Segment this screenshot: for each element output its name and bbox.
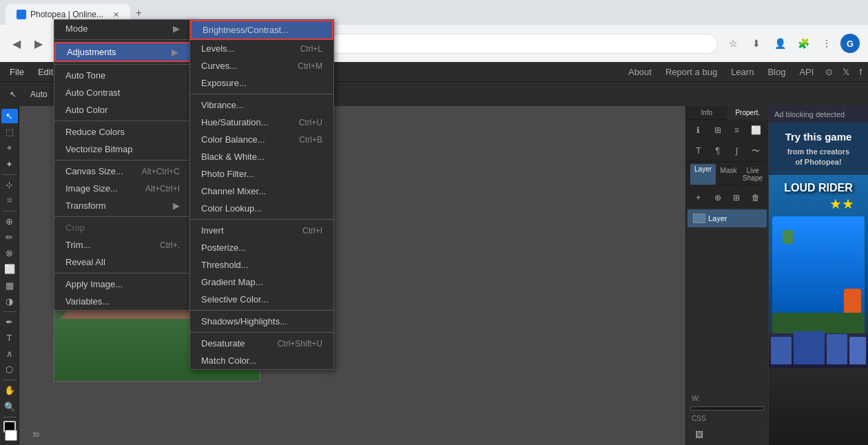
adj-selective-color[interactable]: Selective Color... <box>190 291 333 308</box>
layer-icon-group[interactable]: ⊞ <box>729 190 744 205</box>
tool-brush[interactable]: ✏ <box>1 230 18 245</box>
tab-close[interactable]: ✕ <box>113 10 119 19</box>
css-image-icon[interactable]: 🖼 <box>692 427 707 442</box>
adj-shadows-highlights[interactable]: Shadows/Highlights... <box>190 313 333 330</box>
adj-photo-filter[interactable]: Photo Filter... <box>190 165 333 183</box>
nav-report-bug[interactable]: Report a bug <box>660 65 723 79</box>
mask-tab[interactable]: Mask <box>719 164 738 185</box>
panel-icon-adjust[interactable]: ≡ <box>729 123 744 138</box>
adj-gradient-map[interactable]: Gradient Map... <box>190 273 333 291</box>
tool-shape[interactable]: ⬡ <box>1 362 18 377</box>
adj-sep-4 <box>190 332 333 333</box>
w-field[interactable] <box>690 406 764 411</box>
layer-icon-duplicate[interactable]: ⊕ <box>710 190 725 205</box>
adj-desaturate[interactable]: Desaturate Ctrl+Shift+U <box>190 335 333 352</box>
nav-learn[interactable]: Learn <box>725 65 759 79</box>
panel-icon-curve[interactable]: ∫ <box>729 143 744 158</box>
layer-icon-delete[interactable]: 🗑 <box>748 190 763 205</box>
tool-select-rect[interactable]: ⬚ <box>1 125 18 139</box>
image-menu-reveal-all[interactable]: Reveal All <box>54 253 191 271</box>
adj-black-white[interactable]: Black & White... <box>190 148 333 165</box>
back-button[interactable]: ◀ <box>8 33 25 54</box>
image-menu-auto-color[interactable]: Auto Color <box>54 106 191 118</box>
menu-sep-6 <box>54 273 191 273</box>
game-tree-1 <box>783 230 793 244</box>
image-menu-variables[interactable]: Variables... <box>54 293 191 310</box>
adj-vibrance[interactable]: Vibrance... <box>190 106 333 114</box>
adj-color-lookup[interactable]: Color Lookup... <box>190 200 333 217</box>
toolbar-select-tool[interactable]: ↖ <box>4 87 22 102</box>
tool-divider-3 <box>3 311 17 312</box>
tool-move[interactable]: ↖ <box>1 109 18 123</box>
tool-zoom[interactable]: 🔍 <box>1 399 18 413</box>
tool-gradient[interactable]: ▦ <box>1 278 18 292</box>
panel-icon-box[interactable]: ⬜ <box>748 123 763 138</box>
image-menu-reduce-colors[interactable]: Reduce Colors <box>54 123 191 141</box>
live-shape-tab[interactable]: Live Shape <box>741 164 764 185</box>
layer-action-icons: + ⊕ ⊞ 🗑 <box>686 187 768 208</box>
panel-tab-properties[interactable]: Propert. <box>727 106 769 120</box>
settings-icon[interactable]: ⋮ <box>817 34 836 53</box>
tool-text[interactable]: T <box>1 331 18 345</box>
layer-item[interactable]: Layer <box>688 209 767 227</box>
image-menu-apply-image[interactable]: Apply Image... <box>54 276 191 293</box>
extensions-icon[interactable]: 🧩 <box>794 34 813 53</box>
image-menu-vectorize[interactable]: Vectorize Bitmap <box>54 141 191 158</box>
adj-invert[interactable]: Invert Ctrl+I <box>190 222 333 239</box>
ad-promo[interactable]: Try this game from the creators of Photo… <box>769 123 868 175</box>
tool-pen[interactable]: ✒ <box>1 315 18 329</box>
menu-sep-4 <box>54 160 191 161</box>
adj-posterize[interactable]: Posterize... <box>190 239 333 256</box>
adjustments-menu[interactable]: Brightness/Contrast... Levels... Ctrl+L … <box>189 106 334 370</box>
image-menu-canvas-size[interactable]: Canvas Size... Alt+Ctrl+C <box>54 163 191 180</box>
social-icon-facebook[interactable]: f <box>856 65 865 79</box>
image-menu-trim[interactable]: Trim... Ctrl+. <box>54 236 191 253</box>
tool-magic-wand[interactable]: ✦ <box>1 157 18 172</box>
menu-file[interactable]: File <box>3 65 31 79</box>
layer-icon-add[interactable]: + <box>691 190 706 205</box>
tool-path[interactable]: ∧ <box>1 346 18 361</box>
tool-heal[interactable]: ⊕ <box>1 214 18 229</box>
image-menu-image-size[interactable]: Image Size... Alt+Ctrl+I <box>54 180 191 197</box>
profile-avatar[interactable]: G <box>840 34 860 53</box>
panel-icon-wave[interactable]: 〜 <box>748 143 763 158</box>
nav-blog[interactable]: Blog <box>762 65 791 79</box>
adj-hue-saturation[interactable]: Hue/Saturation... Ctrl+U <box>190 114 333 131</box>
tool-eraser[interactable]: ⬜ <box>1 262 18 276</box>
game-buildings-row <box>769 333 868 368</box>
panel-tab-info[interactable]: Info <box>686 106 727 120</box>
bookmark-icon[interactable]: ☆ <box>723 34 743 53</box>
adj-sep-2 <box>190 219 333 220</box>
tool-lasso[interactable]: ⌖ <box>1 141 18 155</box>
toolbox: ↖ ⬚ ⌖ ✦ ⊹ ⌗ ⊕ ✏ ⊗ ⬜ ▦ ◑ ✒ T ∧ ⬡ ✋ 🔍 <box>0 106 19 445</box>
panel-icon-para[interactable]: ¶ <box>710 143 725 158</box>
profile-icon[interactable]: 👤 <box>770 34 789 53</box>
nav-api[interactable]: API <box>794 65 819 79</box>
tool-bg-color[interactable] <box>5 430 17 441</box>
social-icon-twitter[interactable]: 𝕏 <box>839 65 853 79</box>
tool-stamp[interactable]: ⊗ <box>1 246 18 260</box>
download-icon[interactable]: ⬇ <box>747 34 766 53</box>
panel-icon-t[interactable]: T <box>691 143 706 158</box>
panel-icon-grid[interactable]: ⊞ <box>710 123 725 138</box>
social-icon-reddit[interactable]: ⊙ <box>822 65 836 79</box>
adj-threshold[interactable]: Threshold... <box>190 256 333 273</box>
tool-hand[interactable]: ✋ <box>1 383 18 397</box>
ad-game-image[interactable]: LOUD RIDER ★★ <box>769 175 868 445</box>
nav-about[interactable]: About <box>623 65 657 79</box>
tool-crop[interactable]: ⊹ <box>1 178 18 192</box>
layer-tab[interactable]: Layer <box>690 164 716 185</box>
status-bar: to <box>33 430 39 438</box>
layer-sub-tabs: Layer Mask Live Shape <box>686 161 768 187</box>
image-menu[interactable]: Mode ▶ Adjustments ▶ Auto Tone Auto Cont… <box>54 106 192 311</box>
tool-dodge[interactable]: ◑ <box>1 294 18 309</box>
adj-channel-mixer[interactable]: Channel Mixer... <box>190 183 333 200</box>
toolbar-auto-label[interactable]: Auto <box>25 87 53 102</box>
panel-icon-info[interactable]: ℹ <box>691 123 706 138</box>
right-panel: Info Propert. ℹ ⊞ ≡ ⬜ T ¶ ∫ 〜 Layer Mask… <box>685 106 768 445</box>
adj-match-color[interactable]: Match Color... <box>190 352 333 369</box>
tool-slice[interactable]: ⌗ <box>1 194 18 208</box>
adj-color-balance[interactable]: Color Balance... Ctrl+B <box>190 131 333 148</box>
forward-button[interactable]: ▶ <box>30 33 47 54</box>
image-menu-transform[interactable]: Transform ▶ <box>54 197 191 214</box>
